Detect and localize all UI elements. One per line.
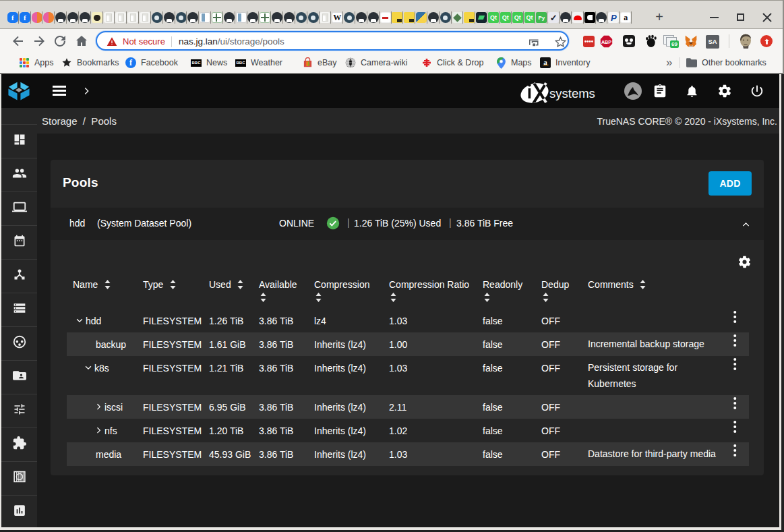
svg-text:systems: systems	[549, 86, 595, 100]
svg-text:ABP: ABP	[601, 40, 611, 45]
